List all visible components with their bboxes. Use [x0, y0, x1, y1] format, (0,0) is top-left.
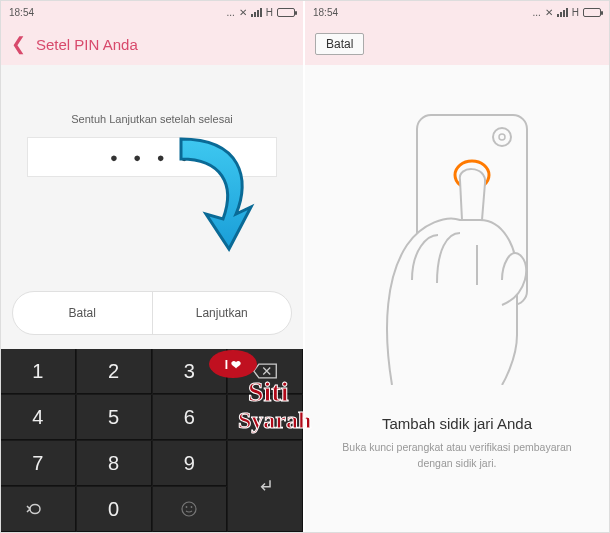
network-type: H	[572, 7, 579, 18]
key-7[interactable]: 7	[1, 441, 76, 486]
key-navback-icon[interactable]	[1, 487, 76, 532]
svg-point-6	[499, 134, 505, 140]
fingerprint-subtitle: Buka kunci perangkat atau verifikasi pem…	[327, 440, 587, 472]
key-2[interactable]: 2	[77, 349, 152, 394]
network-type: H	[266, 7, 273, 18]
continue-button[interactable]: Lanjutkan	[153, 292, 292, 334]
page-title: Setel PIN Anda	[36, 36, 138, 53]
no-sim-icon: ✕	[545, 7, 553, 18]
key-0[interactable]: 0	[77, 487, 152, 532]
status-time: 18:54	[9, 7, 34, 18]
no-sim-icon: ✕	[239, 7, 247, 18]
key-8[interactable]: 8	[77, 441, 152, 486]
status-bar: 18:54 ... ✕ H	[1, 1, 303, 23]
status-time: 18:54	[313, 7, 338, 18]
screen-set-pin: 18:54 ... ✕ H ❮ Setel PIN Anda Sentuh La…	[1, 1, 305, 532]
key-6[interactable]: 6	[153, 395, 228, 440]
svg-point-0	[182, 502, 196, 516]
cancel-button[interactable]: Batal	[315, 33, 364, 55]
svg-point-1	[186, 506, 188, 508]
signal-icon	[251, 8, 262, 17]
svg-point-5	[493, 128, 511, 146]
key-enter-icon[interactable]	[228, 441, 303, 532]
fingerprint-area: Tambah sidik jari Anda Buka kunci perang…	[305, 65, 609, 532]
cancel-button[interactable]: Batal	[13, 292, 153, 334]
key-5[interactable]: 5	[77, 395, 152, 440]
pin-actions: Batal Lanjutkan	[12, 291, 292, 335]
pin-instruction: Sentuh Lanjutkan setelah selesai	[71, 113, 232, 125]
screen-add-fingerprint: 18:54 ... ✕ H Batal	[305, 1, 609, 532]
status-dots: ...	[532, 7, 540, 18]
key-backspace-icon[interactable]	[228, 349, 303, 394]
battery-icon	[277, 8, 295, 17]
key-1[interactable]: 1	[1, 349, 76, 394]
svg-point-2	[191, 506, 193, 508]
fingerprint-illustration	[352, 105, 562, 385]
pin-mask: ● ● ● ●	[110, 150, 194, 165]
title-bar: Batal	[305, 23, 609, 65]
title-bar: ❮ Setel PIN Anda	[1, 23, 303, 65]
status-bar: 18:54 ... ✕ H	[305, 1, 609, 23]
key-smile-icon[interactable]	[153, 487, 228, 532]
battery-icon	[583, 8, 601, 17]
numeric-keypad: 1 2 3 4 5 6 . 7 8 9 0	[1, 349, 303, 532]
key-9[interactable]: 9	[153, 441, 228, 486]
key-3[interactable]: 3	[153, 349, 228, 394]
pin-area: Sentuh Lanjutkan setelah selesai ● ● ● ●…	[1, 65, 303, 349]
status-dots: ...	[226, 7, 234, 18]
pin-input[interactable]: ● ● ● ●	[27, 137, 277, 177]
fingerprint-title: Tambah sidik jari Anda	[382, 415, 532, 432]
signal-icon	[557, 8, 568, 17]
back-icon[interactable]: ❮	[11, 33, 26, 55]
key-4[interactable]: 4	[1, 395, 76, 440]
key-period[interactable]: .	[228, 395, 303, 440]
